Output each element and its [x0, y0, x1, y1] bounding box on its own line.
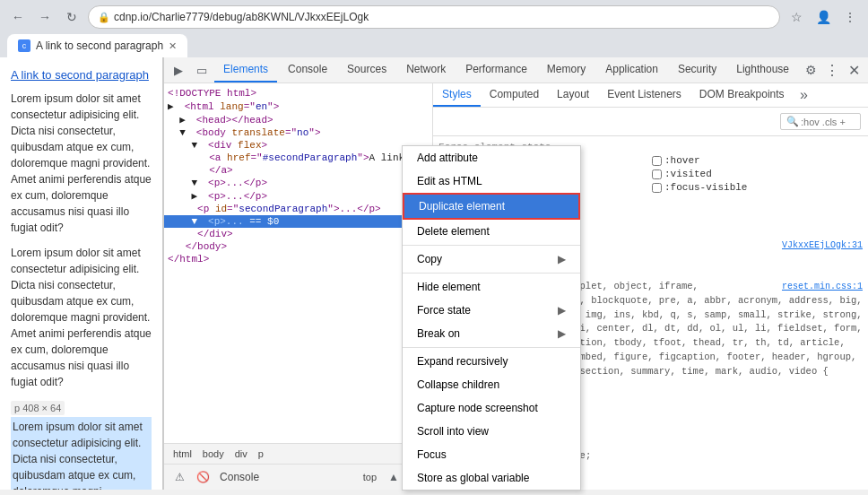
context-menu-expand[interactable]: Expand recursively — [403, 350, 580, 373]
dom-triangle-div[interactable]: ▼ — [191, 140, 202, 151]
dom-triangle-body[interactable]: ▼ — [179, 127, 190, 138]
dom-breadcrumb: html body div p — [164, 443, 432, 464]
dom-panel: <!DOCTYPE html> ▶ <html lang="en"> ▶ <he… — [164, 83, 433, 490]
main-area: A link to second paragraph Lorem ipsum d… — [0, 57, 868, 490]
tab-lighthouse[interactable]: Lighthouse — [727, 57, 798, 82]
devtools-toolbar: ▶ ▭ Elements Console Sources Network Per… — [164, 57, 868, 83]
tab-network[interactable]: Network — [397, 57, 455, 82]
dom-line-div[interactable]: ▼ <div flex> — [164, 139, 432, 152]
styles-filter-input-container[interactable]: 🔍 — [780, 113, 861, 130]
dom-line-p-selected[interactable]: ▼ <p>... == $0 — [164, 215, 432, 228]
dom-line-div-close[interactable]: </div> — [164, 228, 432, 240]
context-menu-store-global[interactable]: Store as global variable — [403, 466, 580, 490]
context-menu-copy[interactable]: Copy ▶ — [403, 248, 580, 271]
context-menu-capture-label: Capture node screenshot — [417, 402, 538, 414]
tab-security[interactable]: Security — [669, 57, 725, 82]
dom-line-body-close[interactable]: </body> — [164, 240, 432, 253]
context-menu-delete-element[interactable]: Delete element — [403, 220, 580, 243]
address-text: cdnp.io/Charlie7779/debug/ab8KWNL/VJkxxE… — [114, 11, 369, 23]
dom-head: <head></head> — [196, 115, 273, 126]
styles-filter-input[interactable] — [801, 117, 855, 127]
context-menu-force-arrow: ▶ — [558, 304, 566, 317]
reload-button[interactable]: ↻ — [61, 6, 82, 28]
context-menu-hide-element[interactable]: Hide element — [403, 275, 580, 299]
menu-button[interactable]: ⋮ — [839, 6, 861, 28]
context-menu-scroll-label: Scroll into view — [417, 425, 489, 438]
dom-line-p2[interactable]: ▶ <p>...</p> — [164, 189, 432, 203]
dom-line-a-close[interactable]: </a> — [164, 164, 432, 177]
bookmark-button[interactable]: ☆ — [786, 6, 807, 28]
dom-triangle-head[interactable]: ▶ — [179, 114, 190, 126]
dom-line-doctype[interactable]: <!DOCTYPE html> — [164, 87, 432, 100]
context-menu-store-label: Store as global variable — [417, 472, 529, 484]
context-menu-break-on[interactable]: Break on ▶ — [403, 322, 580, 345]
context-menu-duplicate-element[interactable]: Duplicate element — [403, 193, 580, 220]
tab-elements[interactable]: Elements — [214, 57, 277, 82]
console-tab-label[interactable]: Console — [216, 469, 263, 485]
checkbox-hover[interactable]: :hover — [652, 155, 863, 166]
breadcrumb-body[interactable]: body — [199, 447, 228, 461]
browser-tab[interactable]: c A link to second paragraph ✕ — [7, 34, 187, 57]
tab-performance[interactable]: Performance — [456, 57, 536, 82]
dom-line-body[interactable]: ▼ <body translate="no"> — [164, 126, 432, 139]
context-menu-sep-1 — [403, 245, 580, 246]
context-menu-add-attribute[interactable]: Add attribute — [403, 146, 580, 169]
context-menu-expand-label: Expand recursively — [417, 355, 508, 368]
dom-div: <div — [208, 140, 238, 151]
subtab-styles[interactable]: Styles — [433, 83, 481, 107]
inspect-element-button[interactable]: ▶ — [168, 59, 189, 81]
dom-line-html-close[interactable]: </html> — [164, 253, 432, 265]
more-options-button[interactable]: ⋮ — [821, 59, 843, 81]
forward-button[interactable]: → — [34, 6, 56, 28]
profile-button[interactable]: 👤 — [812, 6, 834, 28]
dom-line-p-id[interactable]: <p id="secondParagraph">...</p> — [164, 203, 432, 215]
checkbox-focus-visible[interactable]: :focus-visible — [652, 182, 863, 193]
address-bar[interactable]: 🔒 cdnp.io/Charlie7779/debug/ab8KWNL/VJkx… — [88, 5, 780, 29]
tab-sources[interactable]: Sources — [338, 57, 395, 82]
checkbox-visited[interactable]: :visited — [652, 169, 863, 179]
context-menu-capture[interactable]: Capture node screenshot — [403, 396, 580, 420]
dom-line-html[interactable]: ▶ <html lang="en"> — [164, 100, 432, 113]
context-menu-force-state[interactable]: Force state ▶ — [403, 299, 580, 322]
context-menu-edit-html[interactable]: Edit as HTML — [403, 169, 580, 193]
console-expand-button[interactable]: ▲ — [384, 467, 404, 487]
back-button[interactable]: ← — [7, 6, 29, 28]
styles-subtabs: Styles Computed Layout Event Listeners D… — [433, 83, 868, 108]
context-menu-sep-2 — [403, 273, 580, 274]
breadcrumb-p[interactable]: p — [255, 447, 267, 461]
context-menu-hide-label: Hide element — [417, 281, 481, 293]
subtab-event-listeners[interactable]: Event Listeners — [598, 83, 690, 107]
console-filter-button[interactable]: 🚫 — [193, 467, 213, 487]
context-menu-scroll[interactable]: Scroll into view — [403, 420, 580, 443]
rule-a-p-link[interactable]: VJkxxEEjLOgk:31 — [782, 240, 863, 250]
device-toolbar-button[interactable]: ▭ — [191, 59, 213, 81]
tab-memory[interactable]: Memory — [538, 57, 595, 82]
console-errors-button[interactable]: ⚠ — [169, 467, 189, 487]
styles-more-button[interactable]: » — [794, 84, 815, 106]
context-menu-duplicate-label: Duplicate element — [419, 200, 505, 213]
rule-reset-link[interactable]: reset.min.css:1 — [782, 280, 863, 293]
dom-triangle-html[interactable]: ▶ — [168, 100, 178, 112]
breadcrumb-div[interactable]: div — [231, 447, 251, 461]
console-top-link[interactable]: top — [363, 472, 377, 482]
context-menu-focus[interactable]: Focus — [403, 443, 580, 466]
breadcrumb-html[interactable]: html — [169, 447, 195, 461]
dom-tree[interactable]: <!DOCTYPE html> ▶ <html lang="en"> ▶ <he… — [164, 83, 432, 443]
subtab-dom-breakpoints[interactable]: DOM Breakpoints — [690, 83, 794, 107]
context-menu-collapse[interactable]: Collapse children — [403, 373, 580, 396]
dom-p2: <p>...</p> — [208, 191, 267, 202]
dom-line-head[interactable]: ▶ <head></head> — [164, 113, 432, 126]
tab-application[interactable]: Application — [596, 57, 667, 82]
settings-button[interactable]: ⚙ — [800, 59, 821, 81]
dom-line-p1[interactable]: ▼ <p>...</p> — [164, 177, 432, 189]
tab-favicon: c — [18, 39, 30, 52]
second-paragraph-link[interactable]: A link to second paragraph — [11, 68, 152, 82]
tab-close-button[interactable]: ✕ — [169, 40, 177, 52]
context-menu-edit-html-label: Edit as HTML — [417, 175, 482, 187]
subtab-computed[interactable]: Computed — [481, 83, 548, 107]
dom-line-a[interactable]: <a href="#secondParagraph">A link to sec… — [164, 152, 432, 164]
close-devtools-button[interactable]: ✕ — [843, 59, 864, 81]
subtab-layout[interactable]: Layout — [548, 83, 598, 107]
tab-console[interactable]: Console — [279, 57, 336, 82]
dom-html-open: <html — [185, 101, 221, 112]
